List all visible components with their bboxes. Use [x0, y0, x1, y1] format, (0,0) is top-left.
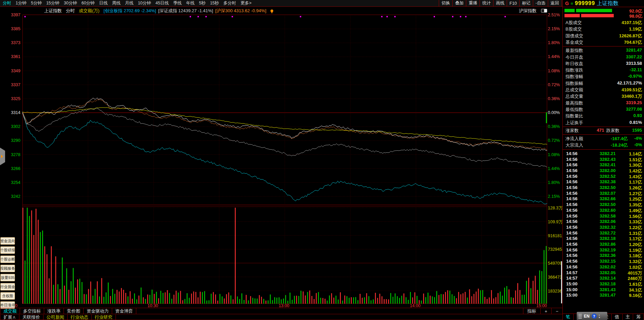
tick-row[interactable]: 14:56 3282.07 1.27亿 [563, 191, 644, 196]
stat-row[interactable]: 基金成交704.67亿 [563, 39, 644, 46]
ime-arrows-icon[interactable]: ▪▾ [599, 314, 600, 319]
indicator-control-−[interactable]: − [551, 308, 562, 314]
pen-button[interactable]: 笔 [563, 314, 574, 320]
period-tab-5秒[interactable]: 5秒 [199, 0, 205, 6]
sidebar-button-个股诊断[interactable]: 个股诊断 [0, 256, 15, 263]
stat-row[interactable]: B股成交1.19亿 [563, 26, 644, 33]
tick-row[interactable]: 14:56 3282.18 1.17亿 [563, 236, 644, 241]
tab-资金驱动力[interactable]: 资金驱动力 [84, 308, 112, 314]
tick-row[interactable]: 14:56 3282.36 1.18亿 [563, 253, 644, 258]
tab-资金博弈[interactable]: 资金博弈 [112, 308, 136, 314]
tab-公司新闻[interactable]: 公司新闻 [43, 315, 68, 320]
tick-row[interactable]: 14:56 3282.32 1.22亿 [563, 225, 644, 230]
stat-row[interactable]: A股成交4107.15亿 [563, 20, 644, 26]
period-tab-45日线[interactable]: 45日线 [156, 0, 169, 6]
tick-row[interactable]: 14:56 3282.19 1.19亿 [563, 247, 644, 253]
tab-关联报价[interactable]: 关联报价 [19, 315, 43, 320]
stat-row[interactable]: 指数量比0.93 [563, 113, 644, 119]
toolbar-button-统计[interactable]: 统计 [480, 0, 493, 6]
stat-row[interactable]: 最低指数3277.08 [563, 107, 644, 113]
tick-row[interactable]: 14:56 3282.72 1.31亿 [563, 230, 644, 236]
period-tab-多分时[interactable]: 多分时 [223, 0, 236, 6]
period-tab-10分钟[interactable]: 10分钟 [138, 0, 151, 6]
tick-row[interactable]: 14:56 3282.58 1.56亿 [563, 213, 644, 219]
tick-row[interactable]: 14:56 3282.38 1.17亿 [563, 179, 644, 185]
period-tab-5分钟[interactable]: 5分钟 [31, 0, 42, 6]
tab-涨跌率[interactable]: 涨跌率 [44, 308, 64, 314]
tick-row[interactable]: 14:57 3282.14 2460万 [563, 276, 644, 281]
period-tab-60分钟[interactable]: 60分钟 [82, 0, 95, 6]
tab-扩展∧[interactable]: 扩展∧ [0, 315, 19, 320]
tab-行业动态[interactable]: 行业动态 [68, 315, 92, 320]
period-tab-30分钟[interactable]: 30分钟 [64, 0, 77, 6]
toolbar-button-标记[interactable]: 标记 [520, 0, 533, 6]
sidebar-button-含权股[interactable]: 含权股 [0, 292, 15, 300]
tab-多空指标[interactable]: 多空指标 [20, 308, 44, 314]
tab-竞价图[interactable]: 竞价图 [64, 308, 84, 314]
tick-row[interactable]: 14:56 3282.52 1.43亿 [563, 174, 644, 179]
ime-grip-icon[interactable] [578, 314, 582, 319]
tick-row[interactable]: 14:56 3282.50 1.35亿 [563, 202, 644, 207]
tick-row[interactable]: 14:57 3282.05 4015万 [563, 270, 644, 276]
tick-row[interactable]: 14:56 3282.50 1.26亿 [563, 185, 644, 190]
period-tab-月线[interactable]: 月线 [125, 0, 134, 6]
panel-button-主[interactable]: 主 [623, 314, 633, 320]
alert-lamp-icon[interactable] [271, 10, 273, 12]
ime-mode-label[interactable]: EN [584, 314, 590, 319]
sidebar-button-放量935[interactable]: 放量935 [0, 274, 15, 281]
period-tab-日线[interactable]: 日线 [99, 0, 108, 6]
stat-row[interactable]: 最新指数3281.47 [563, 48, 644, 54]
toolbar-button-重播[interactable]: 重播 [466, 0, 480, 6]
toolbar-button--自选[interactable]: -自选 [533, 0, 548, 6]
tick-row[interactable]: 14:56 3282.66 1.25亿 [563, 196, 644, 202]
indicator-control-指标[interactable]: 指标 [523, 308, 540, 314]
period-tab-1分钟[interactable]: 1分钟 [16, 0, 27, 6]
intraday-chart[interactable] [22, 15, 547, 304]
panel-toggle-icon[interactable] [541, 9, 547, 13]
toolbar-button-返回[interactable]: 返回 [548, 0, 561, 6]
tick-row[interactable]: 14:56 3282.43 1.51亿 [563, 157, 644, 162]
toolbar-button-叠加[interactable]: 叠加 [453, 0, 466, 6]
hs-index-label[interactable]: 沪深指数 [519, 8, 537, 14]
period-tab-年线[interactable]: 年线 [186, 0, 194, 6]
tab-成交额[interactable]: 成交额 [0, 308, 20, 314]
period-tab-分时[interactable]: 分时 [3, 0, 11, 6]
sidebar-button-投顾服务[interactable]: 投顾服务 [0, 265, 15, 272]
volume-scrollbar[interactable] [561, 261, 562, 303]
tick-row[interactable]: 14:56 3282.00 1.42亿 [563, 168, 644, 173]
tick-row[interactable]: 14:56 3282.60 1.49亿 [563, 208, 644, 213]
quote-panel-header[interactable]: G ≡ 999999 上证指数 [563, 0, 644, 7]
tick-row[interactable]: 15:00 3281.43 34.1亿 [563, 287, 644, 293]
tick-row[interactable]: 14:56 3282.41 1.30亿 [563, 162, 644, 168]
tab-行业研究[interactable]: 行业研究 [92, 315, 116, 320]
stat-row[interactable]: 指数涨跌-32.11 [563, 67, 644, 74]
indicator-control-+[interactable]: + [540, 308, 552, 314]
toolbar-button-切换[interactable]: 切换 [439, 0, 453, 6]
stat-row[interactable]: 昨日收盘3313.58 [563, 61, 644, 67]
tick-row[interactable]: 15:00 3282.18 1.61亿 [563, 281, 644, 287]
sidebar-button-行业掘金[interactable]: 行业掘金 [0, 283, 15, 290]
stat-row[interactable]: 今日开盘3307.22 [563, 54, 644, 61]
sidebar-button-资金流向[interactable]: 资金流向 [0, 237, 15, 245]
stat-row[interactable]: 最高指数3319.25 [563, 100, 644, 107]
tick-row[interactable]: 15:00 3281.47 9.16亿 [563, 293, 644, 298]
period-tab-季线[interactable]: 季线 [173, 0, 181, 6]
tick-row[interactable]: 14:56 3282.06 1.33亿 [563, 219, 644, 224]
panel-button-值[interactable]: 值 [612, 314, 623, 320]
toolbar-button-画线[interactable]: 画线 [493, 0, 507, 6]
period-tab-周线[interactable]: 周线 [112, 0, 121, 6]
period-tab-更多>[interactable]: 更多> [241, 0, 251, 6]
ime-help-icon[interactable]: ? [592, 314, 597, 319]
stat-row[interactable]: 总成交量33460.1万 [563, 93, 644, 100]
tick-row[interactable]: 14:56 3282.02 1.02亿 [563, 264, 644, 270]
tick-row[interactable]: 14:56 3282.86 1.20亿 [563, 242, 644, 247]
sidebar-button-个股研报[interactable]: 个股研报 [0, 246, 15, 254]
ime-toolbar[interactable]: EN ? ▪▾ [577, 312, 607, 320]
stat-row[interactable]: 指数振幅42.17/1.27% [563, 80, 644, 87]
period-tab-15秒[interactable]: 15秒 [210, 0, 219, 6]
chart-indicator-label[interactable]: 成交额(万) [79, 8, 100, 14]
toolbar-button-F10[interactable]: F10 [507, 0, 520, 6]
stat-row[interactable]: 上证换手0.81% [563, 120, 644, 126]
tick-row[interactable]: 14:56 3282.15 1.32亿 [563, 259, 644, 264]
tick-row[interactable]: 14:56 3282.21 1.14亿 [563, 151, 644, 156]
